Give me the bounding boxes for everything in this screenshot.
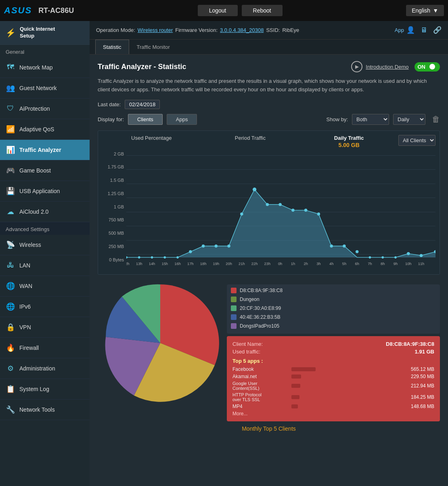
sidebar-item-adaptive-qos[interactable]: 📶 Adaptive QoS: [0, 119, 90, 140]
app-bar: [291, 404, 298, 408]
app-size: 184.25 MB: [411, 394, 434, 400]
y-label: 500 MB: [109, 231, 124, 236]
svg-text:11h: 11h: [418, 261, 425, 265]
sidebar-item-administration[interactable]: ⚙ Administration: [0, 358, 90, 379]
operation-mode-label: Operation Mode:: [96, 27, 135, 33]
sidebar-item-firewall[interactable]: 🔥 Firewall: [0, 338, 90, 358]
sidebar-item-lan[interactable]: 🖧 LAN: [0, 255, 90, 276]
sidebar-item-label: WAN: [19, 283, 32, 289]
app-name: Akamai.net: [232, 374, 289, 379]
reboot-button[interactable]: Reboot: [242, 5, 283, 16]
y-label: 2 GB: [114, 151, 124, 156]
sidebar-item-label: Game Boost: [19, 167, 51, 174]
svg-text:10h: 10h: [405, 261, 412, 265]
sidebar-item-traffic-analyzer[interactable]: 📊 Traffic Analyzer: [0, 140, 90, 160]
sidebar-item-label: USB Application: [19, 188, 60, 194]
svg-text:7h: 7h: [368, 261, 372, 265]
legend-item[interactable]: 20:CF:30:A0:E8:99: [231, 305, 436, 311]
chart-wrapper: 2 GB 1.75 GB 1.5 GB 1.25 GB 1 GB 750 MB …: [102, 151, 435, 274]
header: ASUS RT-AC86U Logout Reboot English ▼: [0, 0, 448, 21]
demo-link-text[interactable]: Introduction Demo: [366, 64, 408, 70]
firewall-icon: 🔥: [6, 343, 15, 353]
chevron-down-icon: ▼: [433, 7, 438, 14]
sidebar-item-quick-setup[interactable]: ⚡ Quick InternetSetup: [0, 21, 90, 45]
client-name-row: Client Name: D8:CB:8A:9F:38:C8: [232, 341, 434, 347]
app-link[interactable]: App: [395, 27, 404, 33]
svg-point-25: [420, 254, 423, 257]
share-icon[interactable]: 🔗: [433, 26, 442, 34]
sidebar-item-vpn[interactable]: 🔒 VPN: [0, 317, 90, 338]
tab-statistic[interactable]: Statistic: [95, 40, 129, 54]
sidebar-item-aicloud[interactable]: ☁ AiCloud 2.0: [0, 202, 90, 222]
y-axis: 2 GB 1.75 GB 1.5 GB 1.25 GB 1 GB 750 MB …: [102, 151, 126, 274]
svg-text:14h: 14h: [149, 261, 155, 265]
page-title: Traffic Analyzer - Statistic: [98, 63, 351, 71]
logout-button[interactable]: Logout: [198, 5, 238, 16]
col-daily-traffic: Daily Traffic 5.00 GB: [299, 135, 398, 148]
last-date-value: 02/24/2018: [125, 100, 160, 109]
demo-button[interactable]: ▶ Introduction Demo: [351, 61, 408, 72]
svg-point-34: [394, 256, 397, 259]
quick-setup-label: Quick InternetSetup: [20, 26, 55, 40]
devices-icon[interactable]: 🖥: [421, 26, 427, 34]
sidebar-item-label: AiProtection: [19, 105, 50, 112]
sidebar-item-usb-application[interactable]: 💾 USB Application: [0, 181, 90, 202]
more-link[interactable]: More...: [232, 411, 434, 417]
sidebar-item-game-boost[interactable]: 🎮 Game Boost: [0, 160, 90, 181]
sidebar-item-label: Adaptive QoS: [19, 126, 54, 133]
clients-select[interactable]: All Clients: [398, 135, 435, 146]
sidebar-item-aiprotection[interactable]: 🛡 AiProtection: [0, 99, 90, 119]
legend-item[interactable]: Dungeon: [231, 297, 436, 302]
svg-point-24: [407, 252, 410, 255]
operation-mode-value[interactable]: Wireless router: [138, 27, 173, 33]
apps-button[interactable]: Apps: [167, 114, 197, 125]
sidebar-section-general: General: [0, 45, 90, 57]
users-icon[interactable]: 👤: [406, 26, 415, 34]
language-button[interactable]: English ▼: [406, 5, 444, 16]
description-text: Traffic Analyzer is to analyze the netwo…: [98, 77, 440, 94]
svg-point-31: [176, 256, 179, 259]
svg-text:17h: 17h: [187, 261, 194, 265]
sidebar-item-wan[interactable]: 🌐 WAN: [0, 276, 90, 297]
display-for-label: Display for:: [98, 116, 124, 122]
svg-text:22h: 22h: [251, 261, 258, 265]
svg-text:8h: 8h: [381, 261, 385, 265]
tab-traffic-monitor[interactable]: Traffic Monitor: [129, 40, 178, 54]
clients-button[interactable]: Clients: [128, 114, 163, 125]
toggle-switch[interactable]: ON: [415, 62, 440, 72]
sidebar-item-network-map[interactable]: 🗺 Network Map: [0, 57, 90, 78]
svg-point-13: [227, 244, 230, 247]
app-name: Facebook: [232, 366, 289, 372]
svg-point-22: [343, 244, 345, 247]
y-label: 0 Bytes: [109, 257, 124, 262]
main-layout: ⚡ Quick InternetSetup General 🗺 Network …: [0, 21, 448, 486]
all-clients-selector[interactable]: All Clients: [398, 135, 435, 146]
firmware-label: Firmware Version:: [175, 27, 218, 33]
usb-application-icon: 💾: [6, 186, 15, 196]
app-name: HTTP Protocolover TLS SSL: [232, 392, 289, 402]
adaptive-qos-icon: 📶: [6, 124, 15, 134]
y-label: 1.25 GB: [108, 191, 124, 196]
legend-label: D8:CB:8A:9F:38:C8: [240, 288, 283, 293]
svg-text:0h: 0h: [278, 261, 282, 265]
firmware-value[interactable]: 3.0.0.4.384_20308: [220, 27, 264, 33]
app-bar: [291, 384, 300, 388]
sidebar-item-guest-network[interactable]: 👥 Guest Network: [0, 78, 90, 99]
topbar: Operation Mode: Wireless router Firmware…: [90, 21, 448, 40]
delete-icon[interactable]: 🗑: [432, 115, 440, 124]
sidebar-item-system-log[interactable]: 📋 System Log: [0, 379, 90, 400]
sidebar-item-network-tools[interactable]: 🔧 Network Tools: [0, 400, 90, 420]
svg-point-10: [189, 250, 192, 253]
legend-item[interactable]: DongsIPadPro105: [231, 323, 436, 329]
sidebar-item-wireless[interactable]: 📡 Wireless: [0, 235, 90, 255]
svg-point-33: [381, 256, 384, 259]
wan-icon: 🌐: [6, 281, 15, 291]
show-by-select[interactable]: Both Download Upload: [352, 114, 389, 125]
wireless-icon: 📡: [6, 240, 15, 250]
sidebar-item-ipv6[interactable]: 🌐 IPv6: [0, 297, 90, 317]
period-select[interactable]: Daily Weekly Monthly: [393, 114, 425, 125]
legend-item[interactable]: D8:CB:8A:9F:38:C8: [231, 288, 436, 293]
legend-item[interactable]: 40:4E:36:22:B3:5B: [231, 314, 436, 320]
svg-point-14: [240, 212, 243, 215]
show-by-label: Show by:: [327, 116, 348, 122]
